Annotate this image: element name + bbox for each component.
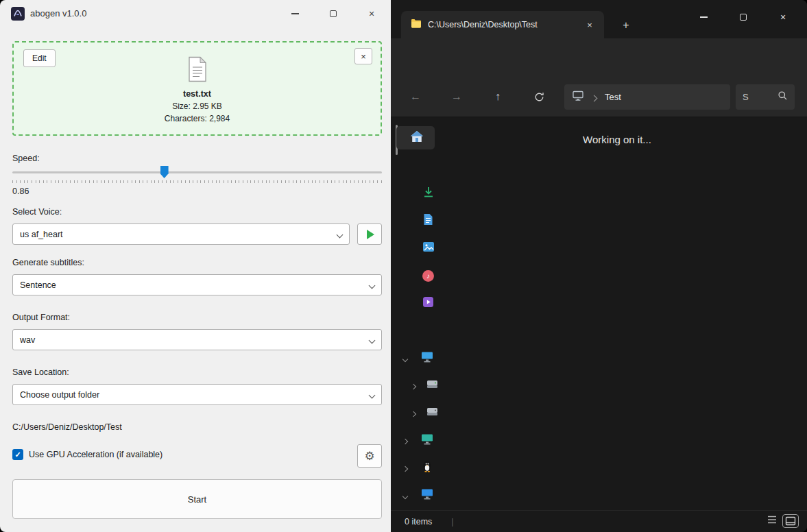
voice-select[interactable]: us af_heart	[12, 223, 350, 245]
network-pc-icon	[421, 433, 433, 448]
abogen-maximize-button[interactable]	[314, 0, 352, 27]
search-icon	[778, 90, 788, 104]
speed-label: Speed:	[12, 154, 40, 163]
forward-button[interactable]: →	[446, 86, 467, 107]
chevron-right-icon	[411, 407, 415, 419]
start-button[interactable]: Start	[12, 479, 382, 519]
sidebar-item-linux[interactable]	[391, 457, 439, 479]
list-view-icon	[766, 514, 778, 525]
explorer-active-tab[interactable]: C:\Users\Deniz\Desktop\Test ×	[401, 11, 604, 38]
network-monitor-icon	[421, 488, 433, 503]
items-count: 0 items	[405, 517, 432, 527]
explorer-content: Working on it...	[391, 117, 807, 510]
sidebar-item-pictures[interactable]	[391, 237, 439, 259]
explorer-window: C:\Users\Deniz\Desktop\Test × + × ← → ↑	[391, 0, 807, 532]
breadcrumb-current-folder[interactable]: Test	[605, 92, 621, 102]
back-icon: ←	[410, 90, 421, 103]
output-format-select[interactable]: wav	[12, 329, 382, 350]
subtitles-select[interactable]: Sentence	[12, 274, 382, 295]
downloads-icon	[422, 186, 435, 201]
this-pc-monitor-icon	[421, 351, 433, 365]
chevron-down-icon	[370, 280, 374, 290]
preview-voice-button[interactable]	[357, 223, 382, 245]
save-location-value: Choose output folder	[20, 390, 99, 400]
search-box[interactable]: S	[736, 84, 795, 110]
music-icon: ♪	[422, 270, 434, 282]
speed-slider[interactable]	[12, 166, 382, 178]
sidebar-item-this-pc[interactable]	[391, 347, 439, 369]
sidebar-item-drive-2[interactable]	[391, 402, 439, 424]
slider-handle[interactable]	[160, 166, 169, 178]
refresh-icon	[533, 91, 545, 103]
chevron-right-icon	[403, 461, 407, 474]
sidebar-item-home[interactable]	[391, 127, 439, 149]
abogen-window: abogen v1.0.0 × Edit × test.txt Size: 2.…	[0, 0, 391, 532]
explorer-maximize-button[interactable]	[723, 0, 763, 34]
thumbnail-view-icon	[785, 516, 796, 526]
abogen-app-icon	[11, 7, 25, 21]
sidebar-item-documents[interactable]	[391, 210, 439, 232]
gpu-checkbox-label[interactable]: Use GPU Acceleration (if available)	[29, 450, 162, 459]
settings-button[interactable]: ⚙	[357, 444, 382, 468]
drive-icon	[426, 379, 438, 391]
voice-selected-value: us af_heart	[20, 230, 63, 239]
file-dropzone[interactable]: Edit × test.txt Size: 2.95 KB Characters…	[12, 41, 382, 136]
explorer-close-button[interactable]: ×	[763, 0, 803, 34]
gear-icon: ⚙	[364, 449, 374, 463]
abogen-close-button[interactable]: ×	[352, 0, 391, 27]
close-icon: ×	[780, 12, 786, 23]
tab-title: C:\Users\Deniz\Desktop\Test	[428, 20, 582, 29]
sidebar-item-videos[interactable]	[391, 292, 439, 314]
chevron-right-icon	[411, 379, 415, 391]
sidebar-item-network-pc[interactable]	[391, 429, 439, 451]
subtitles-selected-value: Sentence	[20, 280, 56, 290]
chevron-right-icon	[403, 434, 407, 446]
format-label: Output Format:	[12, 313, 70, 322]
up-button[interactable]: ↑	[487, 86, 508, 107]
save-location-label: Save Location:	[12, 367, 69, 377]
videos-icon	[422, 296, 434, 311]
refresh-button[interactable]	[529, 86, 549, 107]
gpu-checkbox[interactable]: ✓	[12, 449, 23, 460]
slider-track[interactable]	[12, 171, 382, 173]
abogen-window-title: abogen v1.0.0	[30, 0, 86, 27]
large-thumbnails-view-button[interactable]	[782, 514, 799, 528]
this-pc-icon	[573, 90, 583, 104]
sidebar-item-music[interactable]: ♪	[391, 265, 439, 287]
sidebar-item-network[interactable]	[391, 484, 439, 506]
save-location-select[interactable]: Choose output folder	[12, 384, 382, 405]
minimize-icon	[700, 16, 708, 17]
file-size-text: Size: 2.95 KB	[14, 101, 381, 111]
up-icon: ↑	[495, 90, 501, 103]
maximize-icon	[740, 14, 747, 21]
explorer-status-bar: 0 items |	[391, 510, 807, 532]
linux-penguin-icon	[422, 460, 433, 475]
gpu-acceleration-row: ✓ Use GPU Acceleration (if available)	[12, 449, 162, 460]
close-icon: ×	[587, 20, 592, 30]
address-bar[interactable]: Test	[564, 84, 730, 110]
sidebar-item-downloads[interactable]	[391, 182, 439, 204]
screen: abogen v1.0.0 × Edit × test.txt Size: 2.…	[0, 0, 807, 532]
file-document-icon	[187, 73, 208, 84]
pictures-icon	[422, 241, 435, 255]
chevron-down-icon	[370, 390, 374, 400]
start-button-label: Start	[188, 494, 206, 505]
output-path-text: C:/Users/Deniz/Desktop/Test	[12, 422, 122, 432]
explorer-chrome: ← → ↑ Test S	[391, 38, 807, 117]
slider-ticks	[12, 180, 382, 183]
search-input-text[interactable]: S	[743, 92, 778, 102]
explorer-minimize-button[interactable]	[684, 0, 723, 34]
tab-close-button[interactable]: ×	[582, 17, 597, 32]
sidebar-item-drive-1[interactable]	[391, 374, 439, 396]
chevron-down-icon	[370, 335, 374, 345]
details-view-button[interactable]	[766, 514, 778, 528]
minimize-icon	[291, 13, 299, 14]
new-tab-button[interactable]: +	[618, 18, 634, 33]
chevron-down-icon	[337, 230, 342, 239]
abogen-minimize-button[interactable]	[276, 0, 314, 27]
back-button[interactable]: ←	[405, 86, 426, 107]
explorer-tab-strip: C:\Users\Deniz\Desktop\Test × + ×	[391, 0, 807, 38]
breadcrumb-chevron-icon	[592, 91, 597, 104]
abogen-titlebar[interactable]: abogen v1.0.0 ×	[0, 0, 391, 27]
subtitles-label: Generate subtitles:	[12, 258, 84, 267]
